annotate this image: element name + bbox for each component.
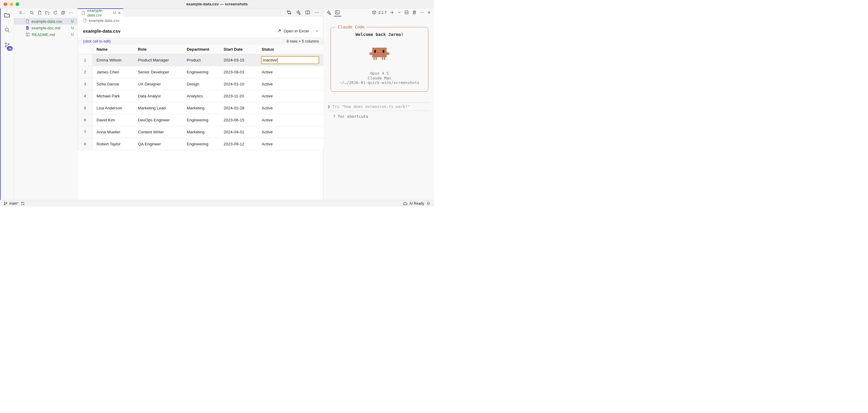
table-cell[interactable]: Content Writer: [134, 126, 183, 138]
table-cell[interactable]: Emma Wilson: [93, 54, 134, 66]
csv-viewer-header: example-data.csv Open in Excel: [78, 24, 323, 37]
table-cell[interactable]: Product Manager: [134, 54, 183, 66]
table-cell[interactable]: Design: [183, 78, 220, 90]
activity-search-item[interactable]: [0, 23, 14, 37]
activity-explorer-item[interactable]: [0, 8, 14, 22]
file-row-readme-md[interactable]: README.md U: [14, 31, 77, 38]
tab-strip: example-data.csv U ×: [78, 8, 323, 17]
plus-icon[interactable]: [390, 10, 395, 15]
table-cell[interactable]: Analytics: [183, 90, 220, 102]
table-cell[interactable]: Lisa Anderson: [93, 102, 134, 114]
table-cell[interactable]: Active: [258, 126, 323, 138]
more-actions-icon[interactable]: [314, 10, 319, 15]
table-cell[interactable]: Product: [183, 54, 220, 66]
breadcrumb[interactable]: example-data.csv: [78, 17, 323, 24]
column-header: Name: [93, 45, 134, 54]
ai-status-item[interactable]: AI Ready: [403, 201, 424, 206]
table-cell[interactable]: Active: [258, 78, 323, 90]
table-cell[interactable]: Michael Park: [93, 90, 134, 102]
table-cell[interactable]: 2024-03-15: [220, 54, 258, 66]
table-cell[interactable]: 2023-08-01: [220, 66, 258, 78]
table-cell[interactable]: 2023-11-20: [220, 90, 258, 102]
close-tab-icon[interactable]: ×: [118, 10, 121, 15]
split-editor-icon[interactable]: [305, 10, 310, 15]
table-cell[interactable]: James Chen: [93, 66, 134, 78]
sparkle-icon[interactable]: [327, 10, 331, 15]
minimize-window-button[interactable]: [9, 2, 13, 6]
new-folder-icon[interactable]: [45, 10, 50, 15]
table-cell[interactable]: QA Engineer: [134, 138, 183, 150]
prompt-input-bottom-border: [328, 110, 430, 111]
collapse-all-icon[interactable]: [61, 10, 65, 15]
cell-edit-input[interactable]: Inactive: [261, 56, 319, 64]
table-row: 5Lisa AndersonMarketing LeadMarketing202…: [78, 102, 323, 114]
table-cell[interactable]: 2024-04-01: [220, 126, 258, 138]
close-window-button[interactable]: [4, 2, 7, 6]
open-in-excel-button[interactable]: Open in Excel: [277, 29, 309, 33]
table-summary: 8 rows × 5 columns: [286, 39, 319, 43]
branch-name: main*: [9, 201, 19, 205]
table-cell[interactable]: Robert Taylor: [93, 138, 134, 150]
table-cell[interactable]: Engineering: [183, 138, 220, 150]
breadcrumb-item[interactable]: example-data.csv: [89, 18, 119, 23]
table-cell[interactable]: Active: [258, 138, 323, 150]
table-row: 1Emma WilsonProduct ManagerProduct2024-0…: [78, 54, 323, 66]
table-cell[interactable]: 2023-06-15: [220, 114, 258, 126]
table-cell[interactable]: Data Analyst: [134, 90, 183, 102]
git-branch-item[interactable]: main*: [4, 201, 19, 205]
edit-hint-link[interactable]: (click cell to edit): [83, 39, 111, 43]
sync-icon[interactable]: [21, 201, 25, 205]
chevron-down-icon[interactable]: [398, 11, 401, 14]
table-cell[interactable]: Marketing Lead: [134, 102, 183, 114]
tab-label: example-data.csv: [87, 8, 112, 18]
claude-terminal-tab[interactable]: [335, 8, 340, 17]
open-options-dropdown[interactable]: [315, 29, 319, 33]
table-cell[interactable]: DevOps Engineer: [134, 114, 183, 126]
more-actions-icon[interactable]: [420, 10, 425, 15]
table-cell[interactable]: 2024-01-10: [220, 78, 258, 90]
refresh-icon[interactable]: [53, 10, 58, 15]
ai-status-label: AI Ready: [409, 201, 424, 205]
more-actions-icon[interactable]: [69, 10, 73, 15]
row-number: 6: [78, 114, 93, 126]
table-cell[interactable]: 2023-09-12: [220, 138, 258, 150]
table-cell[interactable]: 2024-02-28: [220, 102, 258, 114]
explorer-header-label: E…: [20, 10, 26, 15]
divider: [312, 28, 312, 34]
activity-source-control-item[interactable]: 38: [0, 38, 14, 52]
file-row-example-doc-md[interactable]: example-doc.md U: [14, 25, 77, 31]
table-cell[interactable]: Inactive: [258, 54, 323, 66]
bell-icon[interactable]: [426, 201, 430, 205]
sparkle-icon[interactable]: [296, 10, 301, 15]
search-icon[interactable]: [30, 10, 34, 15]
table-cell[interactable]: Active: [258, 114, 323, 126]
table-cell[interactable]: David Kim: [93, 114, 134, 126]
compare-changes-icon[interactable]: [286, 10, 291, 15]
table-cell[interactable]: Sofia Garcia: [93, 78, 134, 90]
table-cell[interactable]: Engineering: [183, 114, 220, 126]
package-icon: [372, 10, 376, 15]
row-number-header: [78, 45, 93, 54]
table-cell[interactable]: Marketing: [183, 102, 220, 114]
prompt-input[interactable]: ❯ Try "how does extension.ts work?": [328, 104, 410, 109]
trash-icon[interactable]: [412, 10, 416, 15]
table-cell[interactable]: Anna Mueller: [93, 126, 134, 138]
table-row: 3Sofia GarciaUX DesignerDesign2024-01-10…: [78, 78, 323, 90]
tab-example-data-csv[interactable]: example-data.csv U ×: [78, 8, 123, 17]
row-number: 4: [78, 90, 93, 102]
git-status-badge: U: [71, 26, 74, 30]
file-name: README.md: [32, 32, 55, 37]
table-cell[interactable]: Active: [258, 102, 323, 114]
new-file-icon[interactable]: [37, 10, 42, 15]
table-cell[interactable]: Active: [258, 66, 323, 78]
window-title: example-data.csv — screenshots: [186, 2, 248, 6]
table-cell[interactable]: UX Designer: [134, 78, 183, 90]
table-cell[interactable]: Engineering: [183, 66, 220, 78]
zoom-window-button[interactable]: [16, 2, 19, 6]
table-cell[interactable]: Active: [258, 90, 323, 102]
file-row-example-data-csv[interactable]: example-data.csv U: [14, 18, 77, 25]
close-panel-icon[interactable]: ×: [428, 10, 430, 15]
table-cell[interactable]: Senior Developer: [134, 66, 183, 78]
table-cell[interactable]: Marketing: [183, 126, 220, 138]
split-panel-icon[interactable]: [404, 10, 409, 15]
